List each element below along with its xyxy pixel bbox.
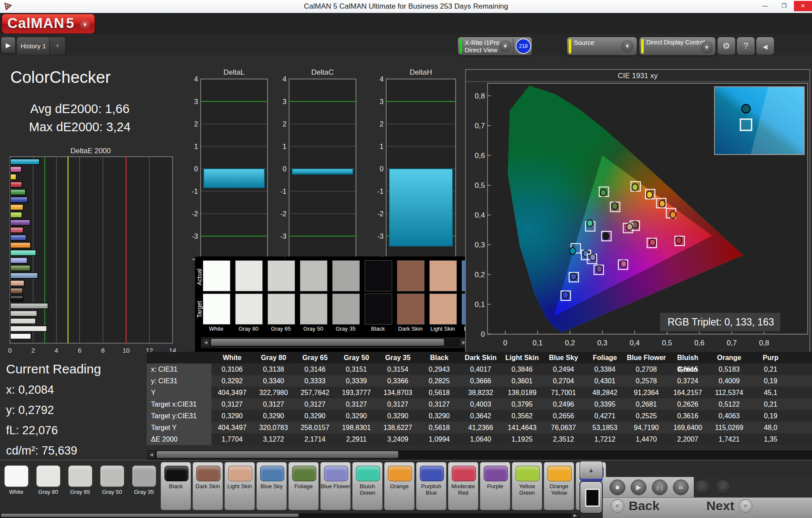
play-button[interactable]: ▶ xyxy=(631,480,646,495)
logo-dropdown-icon[interactable]: ▼ xyxy=(80,19,90,30)
swatch-label: Light Skin xyxy=(427,325,459,332)
table-cell: 71,7001 xyxy=(543,387,584,398)
swatch-scrollbar-thumb[interactable] xyxy=(211,339,444,346)
minimize-button[interactable]: — xyxy=(756,1,774,11)
table-row-x-cie31: x: CIE310,31060,31380,31460,31510,31540,… xyxy=(147,363,812,375)
layout-nav-icon[interactable]: ▶ xyxy=(1,37,16,54)
delta-bar-deltah xyxy=(389,169,453,246)
patch-tile-gray-50[interactable]: Gray 50 xyxy=(97,462,127,510)
meter-dropdown[interactable]: X-Rite i1Pro 2 Direct View ▼ 218 xyxy=(457,37,532,56)
measured-marker-orange xyxy=(670,211,676,218)
back-button[interactable]: «Back xyxy=(611,498,664,518)
measured-marker-blue-flower xyxy=(590,254,596,261)
table-scrollbar[interactable]: ◀ xyxy=(147,450,812,460)
table-cell: 0,3290 xyxy=(253,410,294,422)
patch-tile-gray-80[interactable]: Gray 80 xyxy=(33,462,63,510)
swatch-scrollbar[interactable]: ◀▶ xyxy=(201,338,469,348)
tab-history-1[interactable]: History 1 xyxy=(16,37,50,55)
step-button[interactable]: [··] xyxy=(652,480,667,495)
patch-tile-foliage[interactable]: Foliage xyxy=(288,462,319,510)
table-cell: 48,0 xyxy=(750,422,791,433)
table-cell: 0,3290 xyxy=(419,410,460,422)
strip-scroll-right-icon[interactable]: ▶ xyxy=(572,514,579,518)
y-tick: 1 xyxy=(194,143,198,150)
refresh-icon: ⟳ xyxy=(699,483,705,491)
scroll-up-button[interactable]: ▲ xyxy=(579,461,603,479)
settings-button[interactable]: ⚙ xyxy=(717,37,736,55)
strip-scrollbar-thumb[interactable] xyxy=(1,514,299,517)
patch-tile-light-skin[interactable]: Light Skin xyxy=(224,462,255,510)
patch-color-chip xyxy=(324,466,348,481)
patch-tile-label: Foliage xyxy=(289,483,318,490)
table-cell: 1,7704 xyxy=(211,433,253,445)
restore-button[interactable]: ❐ xyxy=(775,1,793,11)
table-scrollbar-thumb[interactable] xyxy=(157,451,398,458)
patch-tile-white[interactable]: White xyxy=(1,462,31,510)
patch-tile-black[interactable]: Black xyxy=(161,462,191,510)
actual-swatch-black xyxy=(365,260,392,291)
patch-tile-gray-65[interactable]: Gray 65 xyxy=(65,462,95,510)
patch-tile-orange-yellow[interactable]: Orange Yellow xyxy=(544,462,574,510)
patch-tile-yellow-green[interactable]: Yellow Green xyxy=(512,462,542,510)
help-button[interactable]: ? xyxy=(736,37,755,55)
cie-y-tick: 0,1 xyxy=(475,300,485,309)
refresh-button[interactable]: ⟳ xyxy=(694,480,710,495)
inset-measured-marker xyxy=(742,104,750,113)
patch-tile-label: Gray 35 xyxy=(129,489,159,495)
source-dropdown-arrow-icon[interactable]: ▼ xyxy=(621,40,633,52)
table-cell: 0,3333 xyxy=(294,375,336,387)
target-swatch-white xyxy=(203,294,230,325)
table-cell: 0,2681 xyxy=(626,398,667,410)
y-tick: -1 xyxy=(280,188,286,195)
swatch-scroll-left-icon[interactable]: ◀ xyxy=(202,339,209,346)
patch-color-chip xyxy=(4,465,28,487)
patch-tile-blue-sky[interactable]: Blue Sky xyxy=(256,462,287,510)
patch-tile-dark-skin[interactable]: Dark Skin xyxy=(192,462,223,510)
patch-tile-blue-flower[interactable]: Blue Flower xyxy=(320,462,351,510)
table-cell: 0,3154 xyxy=(377,363,419,375)
measured-marker-magenta xyxy=(621,260,627,267)
patch-tile-orange[interactable]: Orange xyxy=(384,462,415,510)
close-button[interactable]: ✕ xyxy=(794,1,812,11)
table-cell: 41,2366 xyxy=(460,422,501,433)
table-row-target-y: Target Y404,3497320,0783258,0157198,8301… xyxy=(147,422,812,433)
loop-button[interactable]: ∞ xyxy=(673,480,689,495)
scroll-left-icon[interactable]: ◀ xyxy=(148,451,155,458)
table-cell: 0,19 xyxy=(750,410,791,422)
transport-dark-segment xyxy=(694,477,812,497)
table-cell: 322,7980 xyxy=(253,387,294,398)
table-cell: 0,3395 xyxy=(584,398,626,410)
table-cell: 134,8703 xyxy=(377,387,419,398)
current-reading-title: Current Reading xyxy=(6,362,101,376)
calman-logo-menu[interactable]: CalMAN 5 ▼ xyxy=(2,14,95,34)
patch-tile-purplish-blue[interactable]: Purplish Blue xyxy=(416,462,447,510)
table-cell: 138,6227 xyxy=(377,422,419,433)
collapse-panel-button[interactable]: ◀ xyxy=(756,37,774,55)
column-header-gray-35: Gray 35 xyxy=(377,352,419,363)
table-cell: 0,3138 xyxy=(253,363,294,375)
navigation-bar: «Back Next» xyxy=(603,497,812,518)
stop-button[interactable]: ■ xyxy=(610,480,625,495)
stop-large-button[interactable] xyxy=(579,481,603,514)
measured-marker-white xyxy=(603,233,609,240)
measurement-table: WhiteGray 80Gray 65Gray 50Gray 35BlackDa… xyxy=(147,352,812,449)
add-tab-button[interactable]: + xyxy=(49,37,66,55)
source-dropdown[interactable]: Source ▼ xyxy=(567,37,637,56)
patch-tile-label: Dark Skin xyxy=(193,483,223,490)
stop-icon: ■ xyxy=(615,483,619,491)
chevron-up-icon: ▲ xyxy=(588,467,594,474)
next-button[interactable]: Next» xyxy=(702,498,752,518)
accept-button[interactable]: ✔ xyxy=(715,480,731,495)
table-cell: 1,7421 xyxy=(708,433,750,445)
patch-tile-moderate-red[interactable]: Moderate Red xyxy=(448,462,478,510)
display-control-dropdown[interactable]: Direct Display Control ▼ xyxy=(639,37,716,56)
patch-tile-gray-35[interactable]: Gray 35 xyxy=(129,462,159,510)
rgb-triplet-label: RGB Triplet: 0, 133, 163 xyxy=(660,313,774,331)
y-tick: 1 xyxy=(380,143,384,150)
meter-dropdown-arrow-icon[interactable]: ▼ xyxy=(499,40,511,52)
patch-tile-bluish-green[interactable]: Bluish Green xyxy=(352,462,383,510)
table-cell: 0,2943 xyxy=(419,363,460,375)
strip-scrollbar[interactable]: ▶ xyxy=(0,513,579,518)
patch-tile-purple[interactable]: Purple xyxy=(480,462,510,510)
display-control-dropdown-arrow-icon[interactable]: ▼ xyxy=(701,41,713,54)
